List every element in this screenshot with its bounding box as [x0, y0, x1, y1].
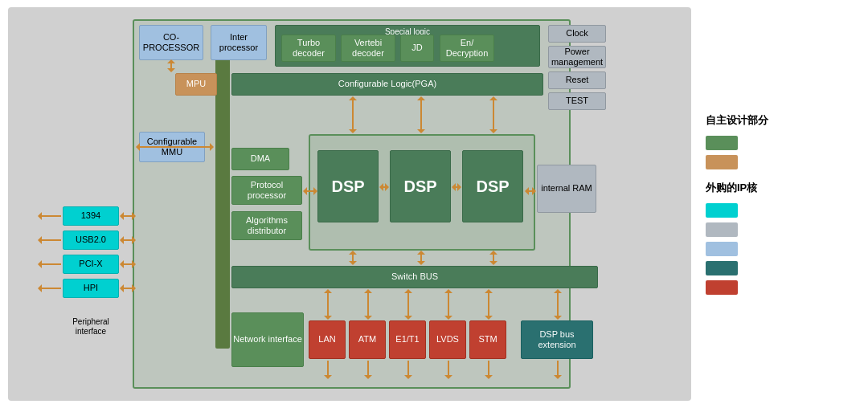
lvds-block: LVDS — [429, 320, 466, 359]
legend-item-orange — [706, 155, 829, 169]
if-1394-left-arrow — [39, 215, 61, 217]
mpu-block: MPU — [175, 73, 217, 96]
power-management-block: Power management — [548, 46, 606, 68]
en-decryption-block: En/ Decryption — [440, 35, 494, 62]
clock-block: Clock — [548, 25, 606, 43]
test-block: TEST — [548, 92, 606, 110]
mmu-arrow — [137, 146, 213, 148]
internal-ram-block: internal RAM — [537, 165, 596, 213]
mpu-bus-bar — [215, 31, 230, 349]
hpi-left-arrow — [39, 288, 61, 289]
legend-title-2: 外购的IP核 — [706, 181, 829, 195]
dsp-bus-ext-arrow — [557, 290, 559, 319]
dsp2-dsp3-arrow — [452, 186, 461, 188]
e1t1-block: E1/T1 — [389, 320, 426, 359]
usb20-block: USB2.0 — [63, 231, 119, 250]
hpi-block: HPI — [63, 279, 119, 298]
pci-x-left-arrow — [39, 263, 61, 265]
co-proc-down-arrow — [170, 60, 172, 71]
inter-processor-block: Inter processor — [211, 25, 267, 60]
jd-block: JD — [400, 35, 434, 62]
reset-block: Reset — [548, 71, 606, 89]
dsp3-block: DSP — [462, 150, 523, 222]
pci-x-block: PCI-X — [63, 255, 119, 274]
legend-title-1: 自主设计部分 — [706, 113, 829, 128]
pci-x-arrow — [121, 263, 135, 265]
legend-item-red — [706, 280, 829, 295]
dsp2-block: DSP — [390, 150, 451, 222]
protocol-to-dsp-arrow — [304, 190, 317, 192]
stm-out-arrow — [488, 361, 489, 378]
legend-color-green — [706, 136, 738, 150]
legend-color-teal — [706, 261, 738, 275]
switch-bus-block: Switch BUS — [231, 266, 598, 288]
switchbus-to-dsp3-arrow — [493, 251, 494, 264]
legend-item-lightblue — [706, 242, 829, 256]
dsp1-dsp2-arrow — [380, 186, 388, 188]
peripheral-interface-label: Peripheral interface — [56, 312, 125, 341]
switchbus-to-stm-arrow — [488, 290, 489, 319]
switchbus-to-dsp1-arrow — [352, 251, 354, 264]
dsp-bus-extension-block: DSP bus extension — [521, 320, 593, 359]
turbo-decoder-block: Turbo decoder — [281, 35, 336, 62]
protocol-processor-block: Protocol processor — [231, 176, 302, 205]
hpi-arrow — [121, 288, 135, 289]
lvds-out-arrow — [448, 361, 449, 378]
lan-block: LAN — [309, 320, 346, 359]
atm-block: ATM — [349, 320, 386, 359]
switchbus-to-dsp2-arrow — [420, 251, 422, 264]
dsp-bus-ext-out-arrow — [557, 361, 559, 378]
ram-to-dsp-arrow — [526, 190, 535, 192]
legend-color-lightblue — [706, 242, 738, 256]
config-to-dsp1-arrow — [352, 97, 354, 133]
legend-area: 自主设计部分 外购的IP核 — [699, 107, 836, 301]
diagram-area: CO- PROCESSOR Inter processor MPU Specia… — [8, 7, 691, 401]
legend-color-red — [706, 280, 738, 295]
legend-item-cyan — [706, 203, 829, 218]
switchbus-to-atm-arrow — [367, 290, 369, 319]
network-interface-block: Network interface — [231, 312, 304, 367]
page-container: CO- PROCESSOR Inter processor MPU Specia… — [0, 0, 868, 408]
config-to-dsp2-arrow — [420, 97, 422, 133]
legend-color-cyan — [706, 203, 738, 218]
legend-item-gray — [706, 222, 829, 237]
switchbus-to-e1t1-arrow — [407, 290, 409, 319]
usb20-left-arrow — [39, 239, 61, 241]
config-to-dsp3-arrow — [493, 97, 494, 133]
atm-out-arrow — [367, 361, 369, 378]
switchbus-to-lan-arrow — [327, 290, 329, 319]
dma-block: DMA — [231, 148, 289, 170]
algorithms-distributor-block: Algorithms distributor — [231, 211, 302, 240]
stm-block: STM — [469, 320, 506, 359]
dsp1-block: DSP — [317, 150, 379, 222]
switchbus-to-lvds-arrow — [448, 290, 449, 319]
e1t1-out-arrow — [407, 361, 409, 378]
legend-item-teal — [706, 261, 829, 275]
usb20-arrow — [121, 239, 135, 241]
lan-out-arrow — [327, 361, 329, 378]
if-1394-arrow — [121, 215, 135, 217]
legend-item-green — [706, 136, 829, 150]
if-1394-block: 1394 — [63, 206, 119, 226]
legend-color-gray — [706, 222, 738, 237]
legend-color-orange — [706, 155, 738, 169]
vertebi-decoder-block: Vertebi decoder — [341, 35, 395, 62]
